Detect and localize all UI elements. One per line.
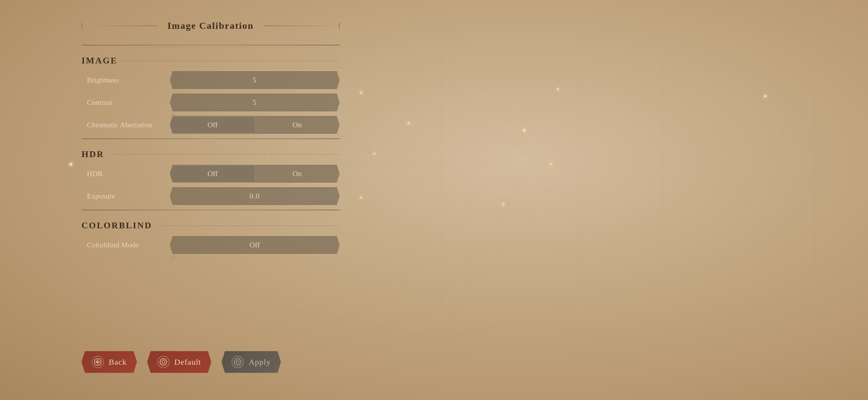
colorblind-section-header: COLORBLIND [82, 221, 340, 231]
default-icon [157, 356, 169, 368]
page-title: Image Calibration [157, 20, 264, 31]
glow-dot-1 [70, 163, 72, 166]
glow-dot-10 [557, 88, 559, 90]
colorblind-mode-dropdown[interactable]: Off [170, 236, 340, 254]
svg-line-53 [239, 363, 240, 364]
colorblind-section-bar [82, 210, 340, 210]
colorblind-mode-row: Colorblind Mode Off [82, 236, 340, 254]
svg-line-18 [662, 68, 747, 204]
contrast-slider[interactable]: 5 [170, 94, 340, 111]
hdr-section-bar [82, 138, 340, 139]
back-button[interactable]: Back [82, 351, 137, 373]
brightness-row: Brightness 5 [82, 71, 340, 89]
hdr-on-option[interactable]: On [255, 165, 339, 182]
svg-line-9 [272, 305, 441, 339]
glow-dot-3 [408, 122, 410, 124]
title-section: Image Calibration [82, 20, 340, 31]
brightness-value: 5 [253, 76, 257, 84]
hdr-off-option[interactable]: Off [170, 165, 255, 182]
apply-label: Apply [249, 358, 271, 367]
colorblind-header-label: COLORBLIND [82, 221, 152, 231]
back-label: Back [109, 358, 127, 367]
contrast-label: Contrast [82, 98, 170, 107]
image-section-bar [82, 45, 340, 45]
svg-line-52 [236, 360, 237, 361]
glow-dot-2 [360, 92, 362, 94]
glow-dot-4 [374, 153, 375, 154]
chromatic-label: Chromatic Aberration [82, 120, 170, 129]
svg-line-42 [162, 360, 163, 361]
glow-dot-5 [523, 129, 526, 132]
glow-dot-9 [360, 197, 362, 198]
hdr-toggle[interactable]: Off On [170, 165, 340, 183]
svg-line-10 [441, 305, 577, 339]
brightness-label: Brightness [82, 76, 170, 84]
colorblind-mode-value: Off [250, 241, 260, 249]
svg-line-43 [164, 363, 165, 364]
brightness-slider[interactable]: 5 [170, 71, 340, 89]
svg-line-4 [441, 68, 577, 237]
svg-line-55 [236, 363, 237, 364]
exposure-slider[interactable]: 0.0 [170, 187, 340, 205]
apply-button[interactable]: Apply [221, 351, 281, 373]
svg-line-45 [162, 363, 163, 364]
hdr-header-label: HDR [82, 149, 104, 159]
back-icon [92, 356, 104, 368]
main-panel: Image Calibration IMAGE Brightness 5 Con… [82, 20, 340, 259]
default-button[interactable]: Default [147, 351, 211, 373]
hdr-row: HDR Off On [82, 165, 340, 183]
image-section-header: IMAGE [82, 56, 340, 66]
svg-line-6 [441, 68, 577, 339]
bottom-buttons-area: Back Default [82, 351, 281, 373]
chromatic-off-option[interactable]: Off [170, 116, 255, 133]
contrast-row: Contrast 5 [82, 94, 340, 111]
svg-line-44 [164, 360, 165, 361]
image-header-label: IMAGE [82, 56, 117, 66]
contrast-value: 5 [253, 98, 257, 107]
exposure-label: Exposure [82, 192, 170, 201]
chromatic-row: Chromatic Aberration Off On [82, 116, 340, 134]
chromatic-on-option[interactable]: On [255, 116, 339, 133]
default-label: Default [174, 358, 201, 367]
svg-line-19 [747, 68, 815, 204]
colorblind-mode-label: Colorblind Mode [82, 241, 170, 249]
svg-line-22 [662, 204, 747, 271]
exposure-row: Exposure 0.0 [82, 187, 340, 205]
apply-icon [232, 356, 244, 368]
exposure-value: 0.0 [250, 192, 260, 201]
chromatic-toggle[interactable]: Off On [170, 116, 340, 134]
title-bracket-left [82, 25, 157, 26]
hdr-section-line [108, 154, 340, 155]
hdr-toggle-label: HDR [82, 169, 170, 178]
glow-dot-6 [550, 163, 552, 165]
hdr-section-header: HDR [82, 149, 340, 159]
title-bracket-right [264, 25, 340, 26]
colorblind-section-line [156, 226, 340, 226]
svg-line-54 [239, 360, 240, 361]
svg-line-23 [747, 204, 815, 271]
image-section-line [121, 61, 340, 61]
glow-dot-8 [503, 204, 504, 205]
glow-dot-7 [764, 95, 766, 97]
